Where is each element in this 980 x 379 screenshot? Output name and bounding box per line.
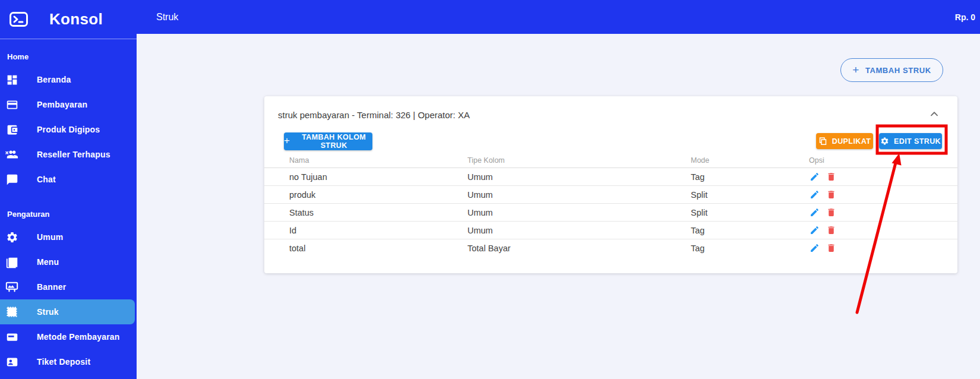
sidebar-item-label: Beranda <box>37 75 71 84</box>
table-row: produk Umum Split <box>264 186 957 204</box>
delete-row-button[interactable] <box>826 225 836 236</box>
duplicate-button[interactable]: DUPLIKAT <box>816 133 873 149</box>
trash-icon <box>826 207 836 217</box>
column-header-opsi: Opsi <box>809 156 957 165</box>
credit-card-icon <box>5 97 19 112</box>
sidebar-item-label: Pembayaran <box>37 100 87 109</box>
chevron-up-icon <box>928 108 941 121</box>
cell-tipe: Umum <box>467 226 691 235</box>
sidebar-item-label: Struk <box>37 307 59 317</box>
sidebar-item-struk[interactable]: Struk <box>0 299 135 324</box>
section-label-home: Home <box>0 52 137 61</box>
sidebar-item-label: Reseller Terhapus <box>37 150 110 159</box>
sidebar-item-reseller-terhapus[interactable]: Reseller Terhapus <box>0 142 135 167</box>
add-column-button[interactable]: + TAMBAH KOLOM STRUK <box>284 132 372 150</box>
delete-row-button[interactable] <box>826 172 836 182</box>
sidebar-item-chat[interactable]: Chat <box>0 167 135 192</box>
edit-struk-button[interactable]: EDIT STRUK <box>879 133 942 149</box>
terminal-logo-icon <box>10 12 28 27</box>
cell-tipe: Umum <box>467 208 691 217</box>
sidebar-item-label: Tiket Deposit <box>37 357 90 367</box>
delete-row-button[interactable] <box>826 190 836 200</box>
pencil-icon <box>810 225 820 235</box>
plus-icon: + <box>284 135 290 147</box>
cell-mode: Tag <box>691 172 809 182</box>
sidebar-item-menu[interactable]: Menu <box>0 249 135 274</box>
gear-icon <box>880 137 889 146</box>
brand-title: Konsol <box>49 10 103 29</box>
struk-card: struk pembayaran - Terminal: 326 | Opera… <box>264 96 957 273</box>
payment-card-icon <box>5 330 19 344</box>
add-column-label: TAMBAH KOLOM STRUK <box>295 133 372 150</box>
cell-nama: Id <box>289 226 467 235</box>
table-row: Status Umum Split <box>264 204 957 222</box>
cell-opsi <box>809 207 957 218</box>
cell-nama: produk <box>289 190 467 200</box>
edit-row-button[interactable] <box>809 225 820 236</box>
receipt-icon <box>5 305 19 319</box>
add-struk-button[interactable]: + TAMBAH STRUK <box>840 58 943 82</box>
cell-nama: no Tujuan <box>289 172 467 182</box>
page-title: Struk <box>156 12 178 23</box>
collections-icon <box>5 255 19 269</box>
contact-badge-icon <box>5 355 19 369</box>
chat-icon <box>5 172 19 187</box>
wallet-icon <box>5 122 19 137</box>
sidebar-item-label: Metode Pembayaran <box>37 332 120 342</box>
sidebar-item-umum[interactable]: Umum <box>0 225 135 249</box>
sidebar-item-tiket-deposit[interactable]: Tiket Deposit <box>0 349 135 374</box>
pencil-icon <box>810 243 820 253</box>
dashboard-icon <box>5 72 19 87</box>
cell-nama: total <box>289 244 467 253</box>
table-row: Id Umum Tag <box>264 222 957 239</box>
main-content: + TAMBAH STRUK struk pembayaran - Termin… <box>137 34 980 379</box>
balance-display: Rp. 0 <box>955 12 975 22</box>
delete-row-button[interactable] <box>826 207 836 218</box>
card-title: struk pembayaran - Terminal: 326 | Opera… <box>278 110 470 120</box>
trash-icon <box>826 225 836 235</box>
add-struk-label: TAMBAH STRUK <box>865 66 931 75</box>
collapse-button[interactable] <box>927 107 942 122</box>
sidebar-item-label: Chat <box>37 175 56 184</box>
cell-tipe: Total Bayar <box>467 244 691 253</box>
topbar: Struk Rp. 0 <box>137 0 980 34</box>
sidebar-item-label: Menu <box>37 257 59 267</box>
cell-mode: Split <box>691 190 809 200</box>
sidebar-item-metode-pembayaran[interactable]: Metode Pembayaran <box>0 324 135 349</box>
table-header-row: Nama Tipe Kolom Mode Opsi <box>264 153 957 168</box>
cell-nama: Status <box>289 208 467 217</box>
trash-icon <box>826 243 836 253</box>
sidebar: Konsol Home Beranda Pembayaran Produk Di… <box>0 0 137 379</box>
sidebar-item-pembayaran[interactable]: Pembayaran <box>0 92 135 117</box>
sidebar-item-label: Umum <box>37 232 63 242</box>
sidebar-item-beranda[interactable]: Beranda <box>0 67 135 92</box>
cell-mode: Tag <box>691 244 809 253</box>
edit-row-button[interactable] <box>809 243 820 254</box>
edit-row-button[interactable] <box>809 207 820 218</box>
delete-row-button[interactable] <box>826 243 836 254</box>
edit-row-button[interactable] <box>809 190 820 200</box>
copy-icon <box>818 137 827 146</box>
group-remove-icon <box>5 147 19 162</box>
banner-icon <box>5 280 19 294</box>
cell-mode: Split <box>691 208 809 217</box>
column-header-mode: Mode <box>691 156 809 165</box>
cell-opsi <box>809 225 957 236</box>
cell-opsi <box>809 190 957 200</box>
trash-icon <box>826 190 836 200</box>
sidebar-item-produk-digipos[interactable]: Produk Digipos <box>0 117 135 142</box>
pencil-icon <box>810 172 820 182</box>
cell-tipe: Umum <box>467 172 691 182</box>
sidebar-item-label: Produk Digipos <box>37 125 100 134</box>
column-header-nama: Nama <box>289 156 467 165</box>
cell-opsi <box>809 243 957 254</box>
trash-icon <box>826 172 836 182</box>
cell-tipe: Umum <box>467 190 691 200</box>
duplicate-label: DUPLIKAT <box>832 137 871 146</box>
gear-icon <box>5 230 19 244</box>
table-row: total Total Bayar Tag <box>264 239 957 257</box>
edit-struk-label: EDIT STRUK <box>894 137 941 146</box>
sidebar-item-banner[interactable]: Banner <box>0 274 135 299</box>
edit-row-button[interactable] <box>809 172 820 182</box>
column-header-tipe-kolom: Tipe Kolom <box>467 156 691 165</box>
